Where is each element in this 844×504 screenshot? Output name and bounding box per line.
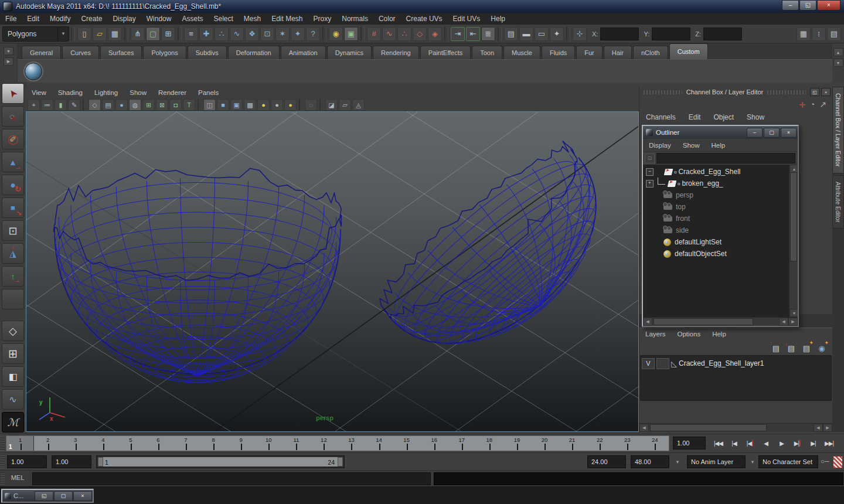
shelf-tab[interactable]: PaintEffects: [420, 46, 471, 59]
frame-tick[interactable]: 7: [172, 436, 199, 451]
step-back-key-button[interactable]: |◀: [742, 436, 758, 451]
channel-box-menu-item[interactable]: Edit: [682, 111, 707, 123]
frame-tick[interactable]: 21: [559, 436, 586, 451]
last-tool-button[interactable]: [2, 289, 24, 309]
outliner-menu-item[interactable]: Show: [677, 139, 706, 151]
lasso-select-tool-button[interactable]: [2, 106, 24, 127]
channel-box-menu-item[interactable]: Object: [707, 111, 740, 123]
render-current-frame-icon[interactable]: ▬: [519, 27, 533, 41]
chevron-down-icon[interactable]: ▼: [672, 455, 683, 468]
manipulator-arrow-icon[interactable]: ↗: [819, 100, 826, 109]
frame-tick[interactable]: 20: [530, 436, 558, 451]
select-all-mask-icon[interactable]: ✚: [199, 27, 213, 41]
z-coordinate-input[interactable]: [703, 28, 742, 40]
frame-tick[interactable]: 13: [338, 436, 365, 451]
restore-window-button[interactable]: ◱: [799, 0, 816, 11]
panel-menu-item[interactable]: Shading: [52, 87, 89, 98]
command-language-toggle[interactable]: MEL: [6, 474, 29, 481]
menu-item[interactable]: File: [0, 13, 22, 25]
selection-mask-menu-icon[interactable]: ≡: [184, 27, 198, 41]
menu-set-selector[interactable]: Polygons ▼: [2, 26, 69, 42]
minimize-button[interactable]: –: [747, 128, 763, 138]
scroll-left-icon[interactable]: ◀: [643, 318, 652, 326]
expander-toggle[interactable]: −: [646, 168, 654, 176]
no-lights-icon[interactable]: ●: [284, 99, 297, 111]
outliner-row[interactable]: + o broken_egg_: [643, 178, 798, 189]
make-live-icon[interactable]: ◈: [428, 27, 442, 41]
snap-to-curve-icon[interactable]: ∿: [382, 27, 396, 41]
shelf-tab[interactable]: Rendering: [373, 46, 419, 59]
outliner-row[interactable]: defaultObjectSet: [643, 248, 798, 260]
shelf-tab[interactable]: Dynamics: [327, 46, 372, 59]
menu-item[interactable]: Edit Mesh: [266, 13, 308, 25]
paint-select-tool-button[interactable]: [2, 129, 24, 149]
scroll-down-icon[interactable]: ▼: [789, 309, 798, 317]
input-connections-icon[interactable]: ⇥: [451, 27, 465, 41]
hypershade-icon[interactable]: ▤: [504, 27, 518, 41]
lock-selection-icon[interactable]: ◉: [329, 27, 343, 41]
resolution-gate-icon[interactable]: ●: [115, 99, 128, 111]
scroll-left-icon[interactable]: ◀: [639, 424, 649, 432]
snap-to-point-icon[interactable]: ∴: [397, 27, 411, 41]
menu-item[interactable]: Edit UVs: [448, 13, 486, 25]
expander-toggle[interactable]: [646, 251, 652, 257]
panel-menu-item[interactable]: Panels: [192, 87, 224, 98]
layer-color-swatch-icon[interactable]: ◺: [671, 359, 677, 368]
layer-editor-menu-item[interactable]: Help: [706, 328, 732, 340]
isolate-select-icon[interactable]: ◌: [305, 99, 317, 111]
expander-toggle[interactable]: [646, 204, 652, 210]
frame-tick[interactable]: 12: [310, 436, 338, 451]
anim-layer-selector[interactable]: No Anim Layer: [687, 455, 746, 468]
toolbar-divider[interactable]: [124, 27, 128, 41]
shelf-tab[interactable]: Deformation: [228, 46, 280, 59]
persp-outliner-layout-button[interactable]: [2, 366, 24, 387]
layer-display-type-box[interactable]: [656, 358, 669, 369]
channel-box-menu-item[interactable]: Show: [740, 111, 771, 123]
character-set-selector[interactable]: No Character Set: [758, 455, 818, 468]
menu-item[interactable]: Help: [485, 13, 511, 25]
step-forward-key-button[interactable]: ▶|: [789, 436, 805, 451]
layer-editor-scrollbar[interactable]: ◀ ◀ ▶: [639, 423, 832, 432]
scroll-right-icon[interactable]: ▶: [823, 424, 832, 432]
frame-tick[interactable]: 11: [283, 436, 310, 451]
speed-dial-icon[interactable]: ◔: [810, 100, 815, 109]
frame-tick[interactable]: 1: [6, 436, 34, 451]
range-end-handle[interactable]: [338, 457, 343, 466]
go-to-end-button[interactable]: ▶▶|: [821, 436, 837, 451]
toolbar-divider[interactable]: [360, 27, 365, 41]
frame-tick[interactable]: 24: [641, 436, 669, 451]
default-light-icon[interactable]: ●: [271, 99, 283, 111]
animation-end-field[interactable]: 48.00: [631, 455, 669, 468]
select-by-hierarchy-icon[interactable]: ⋔: [131, 27, 145, 41]
scroll-up-icon[interactable]: ▲: [789, 165, 798, 173]
x-coordinate-input[interactable]: [600, 28, 639, 40]
select-deformations-mask-icon[interactable]: ⊡: [260, 27, 274, 41]
menu-item[interactable]: Edit: [22, 13, 45, 25]
backface-culling-icon[interactable]: ▱: [339, 99, 351, 111]
scroll-right-icon[interactable]: ▶: [788, 318, 798, 326]
frame-tick[interactable]: 10: [255, 436, 283, 451]
frame-tick[interactable]: 4: [89, 436, 117, 451]
render-settings-icon[interactable]: ✦: [550, 27, 564, 41]
frame-tick[interactable]: 23: [614, 436, 641, 451]
hud-text-icon[interactable]: T: [183, 99, 195, 111]
expander-toggle[interactable]: [646, 239, 652, 246]
menu-item[interactable]: Mesh: [239, 13, 266, 25]
open-scene-icon[interactable]: ▱: [93, 27, 107, 41]
set-key-icon[interactable]: ○─: [821, 458, 829, 465]
minimize-window-button[interactable]: –: [782, 0, 799, 11]
select-tool-button[interactable]: [2, 83, 24, 104]
toolbar-divider[interactable]: [178, 27, 182, 41]
show-attribute-editor-icon[interactable]: ▤: [827, 27, 841, 41]
outliner-row[interactable]: side: [643, 224, 798, 236]
show-tool-settings-icon[interactable]: ⁝: [812, 27, 826, 41]
single-pane-layout-button[interactable]: [2, 321, 24, 341]
shelf-tab[interactable]: Muscle: [503, 46, 540, 59]
frame-tick[interactable]: 9: [227, 436, 255, 451]
frame-tick[interactable]: 22: [586, 436, 614, 451]
shelf-tab[interactable]: Fur: [576, 46, 603, 59]
select-by-component-icon[interactable]: ⊞: [161, 27, 175, 41]
select-misc-mask-icon[interactable]: ?: [306, 27, 320, 41]
frame-tick[interactable]: 8: [200, 436, 227, 451]
panel-menu-item[interactable]: Lighting: [89, 87, 124, 98]
